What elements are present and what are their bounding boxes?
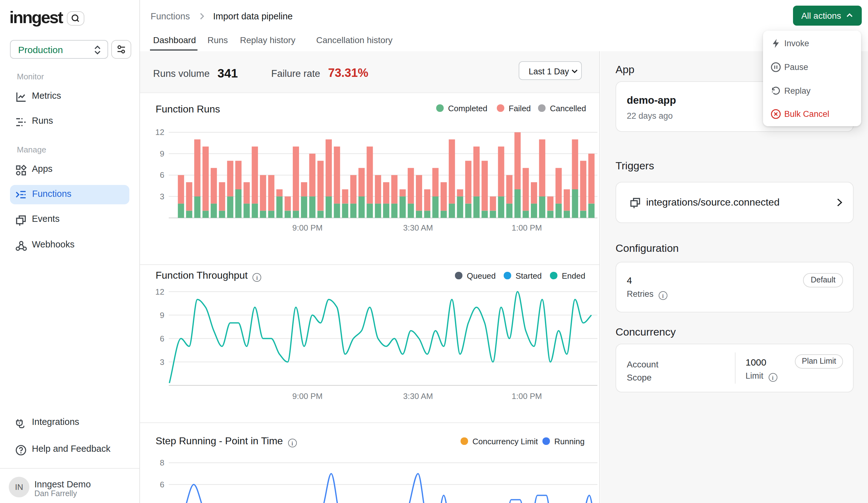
svg-text:9: 9 <box>160 149 164 158</box>
svg-text:1:00 PM: 1:00 PM <box>512 223 542 233</box>
svg-text:3:30 AM: 3:30 AM <box>403 223 433 233</box>
svg-text:4: 4 <box>160 501 164 503</box>
svg-text:3:30 AM: 3:30 AM <box>403 391 433 401</box>
svg-text:6: 6 <box>160 480 164 489</box>
svg-text:3: 3 <box>160 192 164 201</box>
svg-text:8: 8 <box>160 458 164 468</box>
svg-text:3: 3 <box>160 357 164 367</box>
svg-text:9:00 PM: 9:00 PM <box>292 223 323 233</box>
svg-text:1:00 PM: 1:00 PM <box>512 391 542 401</box>
svg-text:12: 12 <box>155 127 164 137</box>
svg-text:12: 12 <box>155 287 164 297</box>
svg-text:6: 6 <box>160 334 164 343</box>
svg-text:6: 6 <box>160 170 164 179</box>
svg-text:9:00 PM: 9:00 PM <box>292 391 323 401</box>
svg-text:9: 9 <box>160 310 164 320</box>
